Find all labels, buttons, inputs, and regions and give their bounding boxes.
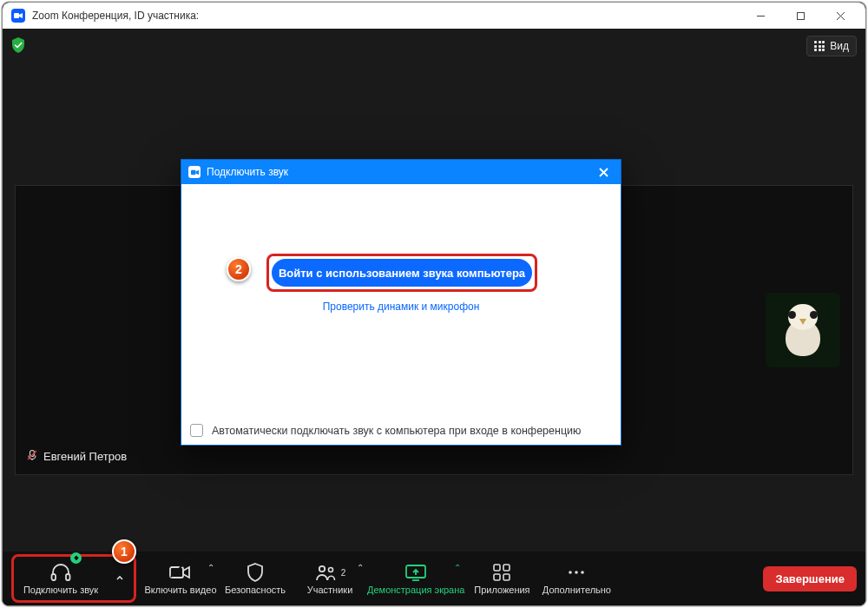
svg-rect-0	[14, 13, 19, 18]
more-button[interactable]: Дополнительно	[539, 554, 614, 603]
svg-point-24	[582, 571, 585, 574]
apps-label: Приложения	[474, 585, 529, 595]
join-audio-button[interactable]: Подключить звук	[14, 554, 108, 603]
chevron-up-icon[interactable]: ⌃	[454, 563, 461, 572]
svg-line-7	[28, 451, 36, 459]
annotation-highlight-2: Войти с использованием звука компьютера	[266, 254, 537, 292]
headphones-icon	[49, 562, 72, 583]
more-icon	[566, 562, 587, 583]
dialog-close-button[interactable]	[593, 162, 614, 182]
svg-point-15	[328, 568, 332, 572]
remote-avatar	[766, 293, 840, 367]
svg-rect-12	[66, 574, 70, 580]
dialog-titlebar: Подключить звук	[181, 160, 621, 184]
svg-rect-20	[494, 574, 500, 580]
chevron-up-icon[interactable]: ⌃	[357, 563, 364, 572]
test-speaker-mic-link[interactable]: Проверить динамик и микрофон	[181, 301, 621, 313]
security-label: Безопасность	[225, 585, 286, 595]
auto-join-audio-row[interactable]: Автоматически подключать звук с компьюте…	[190, 424, 612, 437]
audio-options-chevron[interactable]	[109, 561, 130, 596]
start-video-button[interactable]: ⌃ Включить видео	[143, 554, 218, 603]
grid-icon	[814, 41, 825, 51]
end-meeting-button[interactable]: Завершение	[763, 566, 857, 591]
mic-muted-icon	[26, 449, 38, 464]
titlebar: Zoom Конференция, ID участника:	[3, 3, 865, 29]
join-audio-label: Подключить звук	[23, 585, 98, 595]
apps-button[interactable]: Приложения	[464, 554, 539, 603]
view-button[interactable]: Вид	[806, 36, 857, 56]
svg-rect-11	[52, 574, 56, 580]
chevron-up-icon[interactable]: ⌃	[207, 563, 214, 572]
participant-name-text: Евгений Петров	[43, 450, 127, 463]
more-label: Дополнительно	[542, 585, 611, 595]
auto-join-audio-checkbox[interactable]	[190, 424, 203, 437]
join-computer-audio-button[interactable]: Войти с использованием звука компьютера	[272, 259, 532, 287]
annotation-badge-1: 1	[112, 539, 136, 564]
svg-rect-8	[191, 169, 195, 174]
shield-icon	[246, 562, 265, 583]
owl-avatar-image	[783, 304, 823, 356]
join-audio-dialog: Подключить звук Войти с использованием з…	[181, 159, 621, 446]
share-screen-label: Демонстрация экрана	[367, 585, 464, 595]
svg-rect-19	[503, 565, 510, 571]
dialog-title-text: Подключить звук	[207, 166, 288, 178]
participants-button[interactable]: 2 ⌃ Участники	[293, 554, 367, 603]
participants-label: Участники	[307, 585, 353, 595]
zoom-logo-icon	[11, 9, 25, 23]
participants-icon: 2	[314, 562, 346, 583]
auto-join-audio-label: Автоматически подключать звук с компьюте…	[212, 425, 581, 437]
arrow-up-badge-icon	[70, 552, 82, 564]
view-label: Вид	[830, 40, 849, 52]
svg-rect-18	[494, 565, 500, 571]
meeting-window: Вид Евгений Петров Подключить звук	[3, 29, 865, 605]
apps-icon	[492, 562, 511, 583]
maximize-button[interactable]	[780, 3, 820, 29]
zoom-logo-icon	[188, 166, 201, 178]
share-screen-button[interactable]: ⌃ Демонстрация экрана	[367, 554, 464, 603]
app-window: Zoom Конференция, ID участника: Вид Евге…	[2, 2, 866, 606]
dialog-body: Войти с использованием звука компьютера …	[181, 184, 621, 445]
svg-point-22	[569, 571, 573, 574]
video-icon	[168, 562, 193, 583]
svg-rect-2	[797, 12, 804, 19]
svg-rect-21	[503, 574, 510, 580]
window-title: Zoom Конференция, ID участника:	[32, 10, 199, 22]
encryption-shield-icon[interactable]	[10, 36, 27, 55]
self-tile-label: Евгений Петров	[26, 449, 127, 464]
share-screen-icon	[404, 562, 428, 583]
minimize-button[interactable]	[740, 3, 780, 29]
close-button[interactable]	[820, 3, 860, 29]
security-button[interactable]: Безопасность	[218, 554, 293, 603]
participants-count: 2	[341, 568, 346, 578]
svg-point-14	[319, 566, 325, 572]
svg-point-23	[575, 571, 579, 574]
annotation-badge-2: 2	[227, 257, 251, 281]
start-video-label: Включить видео	[144, 585, 216, 595]
